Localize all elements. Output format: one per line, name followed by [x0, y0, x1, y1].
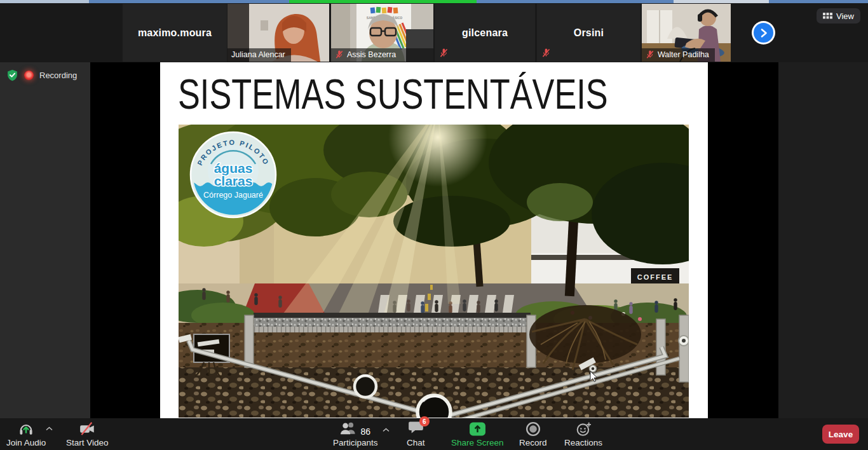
participants-count: 86: [360, 426, 370, 437]
presentation-slide: SISTEMAS SUSTENTÁVEIS: [160, 62, 708, 418]
chat-button[interactable]: 6 Chat: [407, 420, 425, 447]
video-camera-off-icon: [79, 420, 95, 437]
join-audio-label: Join Audio: [6, 438, 46, 447]
recording-dot-icon: [24, 71, 34, 80]
next-participants-button[interactable]: [754, 23, 773, 43]
chat-label: Chat: [407, 438, 425, 447]
participants-button[interactable]: 86 Participants: [333, 420, 378, 447]
reactions-label: Reactions: [564, 438, 602, 447]
participant-name: maximo.moura: [123, 4, 227, 62]
muted-mic-icon: [541, 48, 551, 58]
participant-tile-walter[interactable]: Walter Padilha: [642, 4, 731, 62]
share-screen-label: Share Screen: [451, 438, 504, 447]
start-video-button[interactable]: Start Video: [66, 420, 109, 447]
muted-mic-icon: [439, 48, 449, 58]
participants-filmstrip: maximo.moura Juliana Alencar: [0, 3, 868, 62]
start-video-label: Start Video: [66, 438, 109, 447]
record-label: Record: [519, 438, 547, 447]
leave-button[interactable]: Leave: [822, 425, 859, 444]
meeting-toolbar: Join Audio Start Video: [0, 418, 868, 450]
record-button[interactable]: Record: [519, 420, 547, 447]
view-button-label: View: [836, 11, 854, 21]
participant-nametag: Juliana Alencar: [227, 48, 291, 62]
street-section-illustration: COFFEE: [179, 125, 689, 418]
slide-title: SISTEMAS SUSTENTÁVEIS: [178, 71, 608, 117]
left-pane: Recording: [0, 62, 90, 418]
participant-name: gilcenara: [435, 4, 535, 62]
participant-name: Assis Bezerra: [347, 50, 396, 59]
security-shield-icon[interactable]: [6, 69, 18, 81]
logo-name-line2: claras: [214, 174, 253, 188]
participant-tile-maximo[interactable]: maximo.moura: [123, 4, 227, 62]
participant-tile-orsini[interactable]: Orsini: [537, 4, 641, 62]
muted-mic-icon: [335, 50, 344, 59]
participant-name: Orsini: [537, 4, 641, 62]
coffee-sign: COFFEE: [637, 273, 674, 281]
share-screen-button[interactable]: Share Screen: [451, 420, 504, 447]
participant-tile-juliana[interactable]: Juliana Alencar: [227, 4, 329, 62]
share-screen-icon: [469, 420, 486, 437]
chevron-right-icon: [759, 28, 768, 38]
recording-label: Recording: [39, 71, 77, 80]
meeting-main-area: Recording SISTEMAS SUSTENTÁVEIS: [0, 62, 868, 418]
participants-options-caret[interactable]: [383, 425, 390, 434]
audio-options-caret[interactable]: [46, 423, 53, 433]
grid-view-icon: [823, 12, 832, 20]
participant-name: Juliana Alencar: [231, 50, 285, 59]
participants-label: Participants: [333, 438, 378, 447]
headphones-icon: [18, 420, 34, 437]
participant-nametag: Assis Bezerra: [331, 48, 433, 62]
right-pane: [778, 62, 868, 418]
view-button[interactable]: View: [817, 8, 860, 24]
reactions-button[interactable]: Reactions: [564, 420, 602, 447]
participant-nametag: Walter Padilha: [642, 48, 715, 62]
slide-image: COFFEE: [179, 125, 689, 418]
banner-mini-logo: [370, 7, 398, 14]
join-audio-button[interactable]: Join Audio: [6, 420, 46, 447]
logo-subtitle: Córrego Jaguaré: [203, 191, 263, 200]
zoom-meeting-window: maximo.moura Juliana Alencar: [0, 0, 868, 450]
muted-mic-icon: [646, 50, 654, 59]
shared-screen-area: SISTEMAS SUSTENTÁVEIS: [90, 62, 778, 418]
reactions-smiley-icon: [576, 420, 592, 437]
recording-indicator: Recording: [6, 69, 77, 81]
participants-icon: [340, 421, 358, 437]
participant-name: Walter Padilha: [658, 50, 709, 59]
participant-tile-assis[interactable]: SANEAMENTO BÁSICO: [331, 4, 433, 62]
chat-unread-badge: 6: [419, 416, 430, 426]
participant-tile-gilcenara[interactable]: gilcenara: [435, 4, 535, 62]
record-icon: [526, 420, 541, 437]
